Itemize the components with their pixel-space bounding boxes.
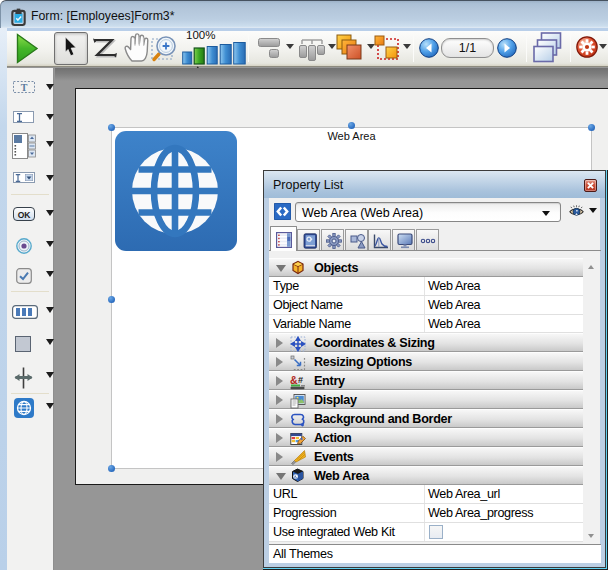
svg-text:#: # <box>298 375 303 385</box>
svg-text:T: T <box>21 82 28 93</box>
svg-text:&: & <box>290 374 298 386</box>
